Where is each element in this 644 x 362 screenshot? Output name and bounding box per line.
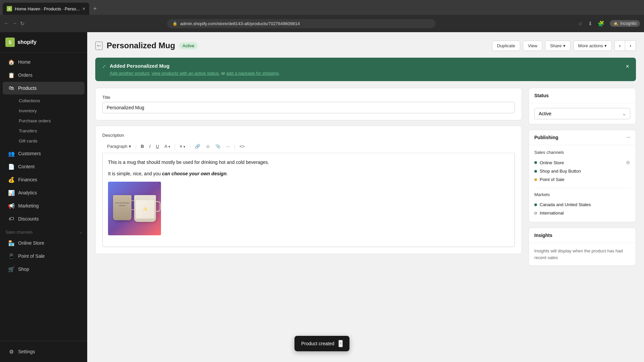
- incognito-badge: 🕵 Incognito: [610, 20, 640, 27]
- channel-pos-label: Point of Sale: [540, 177, 565, 182]
- page-actions: Duplicate View Share ▾ More actions ▾ ‹ …: [492, 40, 636, 51]
- shopify-logo[interactable]: S shopify: [5, 38, 82, 47]
- channel-online-store-left: Online Store: [534, 160, 564, 165]
- sidebar-item-marketing-label: Marketing: [18, 203, 39, 208]
- sidebar: S shopify 🏠 Home 📋 Orders 🛍 Products: [0, 32, 87, 362]
- toolbar-divider-3: [190, 143, 190, 150]
- sidebar-item-settings[interactable]: ⚙ Settings: [3, 345, 85, 358]
- success-banner-close-button[interactable]: ×: [626, 63, 629, 70]
- sidebar-item-gift-cards[interactable]: Gift cards: [15, 136, 85, 146]
- channel-pos: Point of Sale: [534, 175, 630, 184]
- sidebar-item-analytics-label: Analytics: [18, 190, 37, 195]
- shopify-logo-text: shopify: [17, 39, 37, 45]
- text-color-button[interactable]: A ▾: [162, 142, 172, 150]
- inventory-label: Inventory: [19, 108, 37, 113]
- align-button[interactable]: ≡ ▾: [178, 142, 187, 150]
- emoji-button[interactable]: ☺: [204, 142, 212, 150]
- sidebar-item-products[interactable]: 🛍 Products: [3, 82, 85, 95]
- sales-channels-expand-icon[interactable]: ›: [80, 230, 82, 235]
- browser-actions: ☆ ⬇ 🧩 🕵 Incognito: [578, 20, 640, 27]
- channel-online-store: Online Store ⚙: [534, 158, 630, 167]
- sidebar-item-finances[interactable]: 💰 Finances: [3, 173, 85, 186]
- sidebar-item-collections[interactable]: Collections: [15, 96, 85, 106]
- more-toolbar-button[interactable]: ···: [224, 142, 232, 150]
- sidebar-item-online-store-label: Online Store: [18, 240, 44, 246]
- orders-icon: 📋: [8, 72, 15, 78]
- channel-shop-buy-label: Shop and Buy Button: [540, 169, 581, 174]
- sidebar-item-transfers[interactable]: Transfers: [15, 126, 85, 136]
- sidebar-item-content-label: Content: [18, 164, 35, 169]
- extension-icon[interactable]: 🧩: [598, 20, 604, 27]
- sidebar-item-purchase-orders[interactable]: Purchase orders: [15, 116, 85, 126]
- sidebar-item-content[interactable]: 📄 Content: [3, 160, 85, 173]
- toast-close-button[interactable]: ×: [338, 340, 343, 347]
- link-button[interactable]: 🔗: [193, 142, 202, 150]
- title-label: Title: [102, 95, 515, 100]
- product-created-toast: Product created ×: [294, 336, 350, 351]
- back-arrow-icon[interactable]: ←: [4, 20, 9, 27]
- sidebar-item-marketing[interactable]: 📢 Marketing: [3, 199, 85, 212]
- publishing-card-body: Sales channels Online Store ⚙ Shop a: [529, 145, 636, 222]
- browser-tab-active[interactable]: S Home Haven · Products · Perso... ×: [3, 3, 89, 15]
- products-icon: 🛍: [8, 85, 15, 92]
- right-column: Status Active Draft Archived: [529, 88, 636, 271]
- address-bar-input[interactable]: 🔒 admin.shopify.com/store/de8143-a6/prod…: [167, 19, 435, 28]
- insights-description: Insights will display when the product h…: [534, 248, 630, 261]
- duplicate-button[interactable]: Duplicate: [492, 41, 520, 51]
- reload-icon[interactable]: ↻: [20, 20, 24, 27]
- add-shipping-package-link[interactable]: add a package for shipping: [226, 71, 279, 76]
- sidebar-item-products-label: Products: [18, 85, 37, 91]
- sidebar-item-home[interactable]: 🏠 Home: [3, 56, 85, 68]
- bookmark-icon[interactable]: ☆: [578, 20, 583, 27]
- sidebar-item-inventory[interactable]: Inventory: [15, 106, 85, 116]
- settings-icon: ⚙: [8, 348, 15, 355]
- market-canada-us-label: Canada and United States: [540, 202, 591, 207]
- next-product-button[interactable]: ›: [625, 40, 636, 51]
- sidebar-item-discounts[interactable]: 🏷 Discounts: [3, 213, 85, 225]
- add-another-product-link[interactable]: Add another product: [110, 71, 149, 76]
- success-links: Add another product, view products with …: [110, 71, 280, 76]
- attach-button[interactable]: 📎: [213, 142, 223, 150]
- download-icon[interactable]: ⬇: [588, 20, 592, 27]
- description-editor-content[interactable]: This is a mug that should mostly be used…: [102, 153, 515, 247]
- sidebar-footer: ⚙ Settings: [0, 341, 87, 362]
- insights-card-body: Insights will display when the product h…: [529, 243, 636, 265]
- home-icon: 🏠: [8, 59, 15, 65]
- view-button[interactable]: View: [523, 41, 542, 51]
- sidebar-item-orders[interactable]: 📋 Orders: [3, 69, 85, 81]
- italic-button[interactable]: I: [147, 142, 153, 150]
- sidebar-item-analytics[interactable]: 📊 Analytics: [3, 186, 85, 199]
- collections-label: Collections: [19, 98, 40, 103]
- sidebar-item-customers[interactable]: 👥 Customers: [3, 147, 85, 160]
- forward-arrow-icon[interactable]: →: [12, 20, 17, 27]
- share-button[interactable]: Share ▾: [545, 41, 571, 51]
- view-active-products-link[interactable]: view products with an active status: [152, 71, 219, 76]
- sidebar-item-online-store[interactable]: 🏪 Online Store: [3, 237, 85, 249]
- sidebar-item-shop[interactable]: 🛒 Shop: [3, 263, 85, 276]
- browser-address-bar: ← → ↻ 🔒 admin.shopify.com/store/de8143-a…: [0, 15, 644, 32]
- more-actions-label: More actions: [578, 43, 603, 48]
- sales-channels-section-title: Sales channels: [534, 150, 630, 155]
- description-para-1: This is a mug that should mostly be used…: [108, 159, 509, 166]
- bold-button[interactable]: B: [139, 142, 146, 150]
- sidebar-item-shop-label: Shop: [18, 266, 29, 272]
- status-select[interactable]: Active Draft Archived: [534, 108, 630, 119]
- insights-card-title: Insights: [534, 233, 552, 238]
- new-tab-button[interactable]: +: [91, 4, 100, 14]
- status-select-wrapper: Active Draft Archived: [534, 108, 630, 119]
- toolbar-divider-2: [175, 143, 175, 150]
- content-grid: Title Description Paragraph ▾: [95, 88, 636, 271]
- sidebar-item-point-of-sale[interactable]: 📱 Point of Sale: [3, 250, 85, 262]
- insights-card-header: Insights: [529, 228, 636, 243]
- prev-product-button[interactable]: ‹: [614, 40, 625, 51]
- online-store-settings-icon[interactable]: ⚙: [626, 160, 630, 165]
- tab-close-icon[interactable]: ×: [83, 6, 85, 11]
- title-card: Title: [95, 88, 522, 120]
- code-button[interactable]: <>: [237, 142, 247, 150]
- format-dropdown-button[interactable]: Paragraph ▾: [105, 142, 133, 150]
- more-actions-button[interactable]: More actions ▾: [573, 41, 612, 51]
- back-button[interactable]: ←: [95, 42, 103, 50]
- title-input[interactable]: [102, 102, 515, 113]
- publishing-more-icon[interactable]: ···: [626, 135, 630, 140]
- underline-button[interactable]: U: [154, 142, 161, 150]
